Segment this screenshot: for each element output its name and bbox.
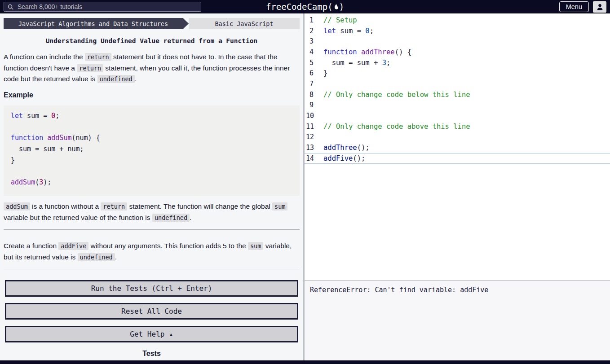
code-token: sum = (336, 27, 365, 35)
line-number: 10 (305, 112, 314, 120)
editor-line[interactable]: 7 (305, 79, 610, 89)
instructions-panel: JavaScript Algorithms and Data Structure… (0, 13, 305, 360)
editor-line-code: // Setup (323, 16, 357, 24)
code-token: let (323, 27, 336, 35)
code-token: // Setup (323, 16, 357, 24)
console-panel: ReferenceError: Can't find variable: add… (305, 281, 610, 360)
inline-code: addFive (58, 242, 88, 250)
logo-text-prefix: freeCodeCamp( (266, 2, 333, 12)
search-icon (8, 4, 13, 10)
code-line: sum = sum + num; (11, 145, 292, 156)
editor-line[interactable]: 2let sum = 0; (305, 26, 610, 36)
top-nav: freeCodeCamp( ) Menu (0, 0, 610, 13)
code-token: let (11, 112, 23, 120)
code-token: 3 (382, 59, 386, 67)
code-line (11, 123, 292, 134)
line-number: 12 (305, 133, 314, 141)
code-token: (); (353, 154, 365, 162)
menu-button[interactable]: Menu (559, 1, 589, 12)
editor-line[interactable]: 1// Setup (305, 15, 610, 26)
logo-text-suffix: ) (339, 2, 344, 12)
code-token: // Only change code below this line (323, 91, 470, 99)
run-tests-button[interactable]: Run the Tests (Ctrl + Enter) (5, 280, 298, 297)
code-token: function (323, 48, 357, 56)
code-token: ( (35, 178, 39, 186)
code-token: 0 (51, 112, 55, 120)
line-number: 7 (305, 80, 314, 88)
inline-code: return (77, 64, 103, 72)
code-token: addThree (323, 144, 357, 152)
line-number: 4 (305, 48, 314, 56)
tests-heading: Tests (0, 350, 303, 358)
search-bar (4, 2, 201, 12)
code-token: (num) { (71, 134, 100, 142)
inline-code: addSum (4, 202, 30, 211)
console-output: ReferenceError: Can't find variable: add… (310, 286, 605, 294)
code-line: function addSum(num) { (11, 134, 292, 145)
avatar-button[interactable] (593, 1, 606, 13)
inline-code: undefined (97, 75, 135, 83)
line-number: 9 (305, 101, 314, 109)
code-token: function (11, 134, 43, 142)
inline-code: undefined (78, 253, 115, 261)
code-line (11, 167, 292, 178)
breadcrumb: JavaScript Algorithms and Data Structure… (4, 18, 300, 29)
code-token: 0 (365, 27, 369, 35)
main-split: JavaScript Algorithms and Data Structure… (0, 13, 610, 360)
code-token (43, 134, 47, 142)
inline-code: undefined (152, 214, 190, 222)
action-buttons: Run the Tests (Ctrl + Enter) Reset All C… (0, 280, 303, 342)
code-token: addSum (11, 178, 35, 186)
editor-line[interactable]: 12 (305, 132, 610, 143)
editor-line[interactable]: 8// Only change code below this line (305, 89, 610, 100)
editor-line[interactable]: 13addThree(); (305, 142, 610, 153)
code-token: ); (43, 178, 51, 186)
inline-code: sum (272, 202, 287, 211)
code-line: addSum(3); (11, 178, 292, 189)
reset-code-button[interactable]: Reset All Code (5, 303, 298, 320)
editor-line[interactable]: 9 (305, 100, 610, 111)
editor-line[interactable]: 3 (305, 36, 610, 47)
code-token: ; (386, 59, 390, 67)
code-token: addSum (47, 134, 71, 142)
editor-line-code: sum = sum + 3; (323, 59, 390, 67)
challenge-description: A function can include the return statem… (4, 52, 300, 85)
code-token: addFive (323, 154, 353, 162)
editor-line[interactable]: 11// Only change code above this line (305, 121, 610, 132)
code-token: () { (395, 48, 411, 56)
code-token (357, 48, 361, 56)
editor-line[interactable]: 4function addThree() { (305, 47, 610, 57)
example-code-block: let sum = 0;function addSum(num) { sum =… (4, 105, 300, 196)
editor-line[interactable]: 6} (305, 68, 610, 79)
editor-line-code: addThree(); (323, 144, 370, 152)
code-token: ; (55, 112, 59, 120)
bottom-bar (0, 360, 610, 364)
get-help-button[interactable]: Get Help ▴ (5, 326, 298, 342)
nav-right: Menu (559, 1, 606, 13)
code-editor[interactable]: 1// Setup2let sum = 0;34function addThre… (305, 13, 610, 281)
code-token: // Only change code above this line (323, 123, 470, 131)
code-token: (); (357, 144, 370, 152)
code-token: sum = sum + num; (11, 145, 84, 153)
line-number: 5 (305, 59, 314, 67)
line-number: 1 (305, 16, 314, 24)
search-input[interactable] (17, 3, 197, 11)
breadcrumb-block[interactable]: Basic JavaScript (189, 18, 300, 29)
example-heading: Example (4, 91, 300, 99)
line-number: 2 (305, 27, 314, 35)
editor-line-code: } (323, 69, 327, 77)
editor-line[interactable]: 14addFive(); (305, 153, 610, 164)
editor-line[interactable]: 5 sum = sum + 3; (305, 57, 610, 68)
code-token: } (11, 156, 15, 164)
editor-line[interactable]: 10 (305, 110, 610, 121)
breadcrumb-superblock[interactable]: JavaScript Algorithms and Data Structure… (4, 18, 189, 29)
editor-line-code: // Only change code above this line (323, 123, 470, 131)
editor-line-code: addFive(); (323, 154, 365, 162)
editor-line-code: function addThree() { (323, 48, 411, 56)
line-number: 14 (305, 154, 314, 162)
divider (4, 229, 300, 230)
freecodecamp-logo[interactable]: freeCodeCamp( ) (266, 2, 344, 12)
challenge-title: Understanding Undefined Value returned f… (4, 37, 300, 44)
code-line: let sum = 0; (11, 112, 292, 123)
code-token: } (323, 69, 327, 77)
